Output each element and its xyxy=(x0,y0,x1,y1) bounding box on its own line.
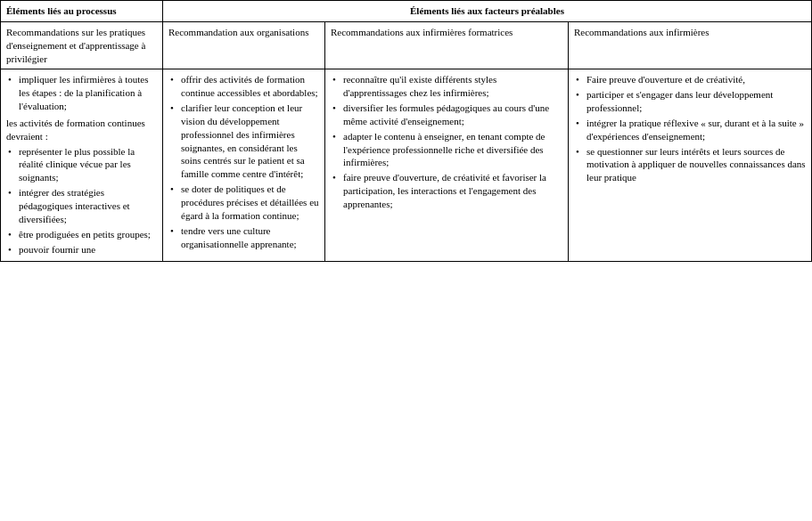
list-item: représenter le plus possible la réalité … xyxy=(6,145,157,185)
content-row: impliquer les infirmières à toutes les é… xyxy=(1,69,812,262)
col1-text: les activités de formation continues dev… xyxy=(6,117,157,143)
list-item: clarifier leur conception et leur vision… xyxy=(168,102,319,181)
col1-list: impliquer les infirmières à toutes les é… xyxy=(6,73,157,113)
list-item: adapter le contenu à enseigner, en tenan… xyxy=(331,130,562,170)
list-item: être prodiguées en petits groupes; xyxy=(6,228,157,241)
subheader-row: Recommandations sur les pratiques d'ense… xyxy=(1,21,812,69)
list-item: reconnaître qu'il existe différents styl… xyxy=(331,73,562,100)
main-table: Éléments liés au processus Éléments liés… xyxy=(0,0,812,262)
col2-list: offrir des activités de formation contin… xyxy=(168,73,319,250)
content-col4: Faire preuve d'ouverture et de créativit… xyxy=(569,69,812,262)
list-item: faire preuve d'ouverture, de créativité … xyxy=(331,171,562,211)
header-col-span: Éléments liés aux facteurs préalables xyxy=(163,1,812,22)
subheader-col2: Recommandation aux organisations xyxy=(163,21,325,69)
list-item: se questionner sur leurs intérêts et leu… xyxy=(574,145,806,185)
list-item: intégrer des stratégies pédagogiques int… xyxy=(6,186,157,226)
col4-list: Faire preuve d'ouverture et de créativit… xyxy=(574,73,806,184)
list-item: Faire preuve d'ouverture et de créativit… xyxy=(574,73,806,86)
col1-list-2: représenter le plus possible la réalité … xyxy=(6,145,157,256)
header-row: Éléments liés au processus Éléments liés… xyxy=(1,1,812,22)
content-col2: offrir des activités de formation contin… xyxy=(163,69,325,262)
list-item: offrir des activités de formation contin… xyxy=(168,73,319,100)
subheader-col4: Recommandations aux infirmières xyxy=(569,21,812,69)
list-item: tendre vers une culture organisationnell… xyxy=(168,224,319,251)
header-col1: Éléments liés au processus xyxy=(1,1,163,22)
list-item: intégrer la pratique réflexive « sur, du… xyxy=(574,117,806,143)
subheader-col1: Recommandations sur les pratiques d'ense… xyxy=(1,21,163,69)
col3-list: reconnaître qu'il existe différents styl… xyxy=(331,73,562,210)
subheader-col3: Recommandations aux infirmières formatri… xyxy=(325,21,569,69)
list-item: pouvoir fournir une xyxy=(6,243,157,256)
list-item: impliquer les infirmières à toutes les é… xyxy=(6,73,157,113)
list-item: participer et s'engager dans leur dévelo… xyxy=(574,88,806,115)
list-item: se doter de politiques et de procédures … xyxy=(168,183,319,223)
content-col3: reconnaître qu'il existe différents styl… xyxy=(325,69,569,262)
content-col1: impliquer les infirmières à toutes les é… xyxy=(1,69,163,262)
list-item: diversifier les formules pédagogiques au… xyxy=(331,102,562,128)
